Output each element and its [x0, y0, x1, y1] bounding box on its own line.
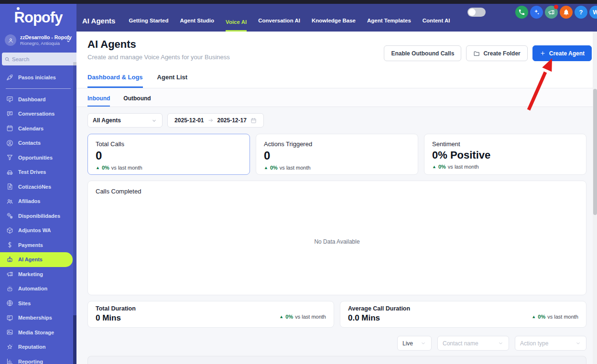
rocket-icon [6, 74, 13, 81]
sidebar-item-label: Adjuntos WA [18, 227, 51, 233]
account-info: zzDesarrollo - Ropofy Rionegro, Antioqui… [20, 34, 61, 46]
header-tab-content-ai[interactable]: Content AI [423, 18, 450, 32]
sidebar-scrollbar-thumb[interactable] [73, 315, 76, 364]
sidebar-item-label: Reporting [18, 359, 43, 364]
logo-wrap[interactable]: Ropofy [0, 4, 76, 32]
delta-percent: 0% [102, 165, 109, 171]
robot-icon [6, 256, 13, 263]
logo-dot-icon [17, 7, 20, 10]
chart-icon [6, 358, 13, 364]
header-tab-voice-ai[interactable]: Voice AI [226, 19, 247, 32]
stat-value: 0 [96, 149, 242, 162]
create-agent-button[interactable]: Create Agent [532, 45, 592, 61]
live-select[interactable]: Live [397, 336, 432, 351]
subtab-outbound[interactable]: Outbound [123, 95, 151, 107]
create-folder-button[interactable]: Create Folder [466, 45, 527, 61]
sidebar-scrollbar[interactable] [73, 62, 76, 364]
tab-agent-list[interactable]: Agent List [157, 74, 188, 88]
header-left: AI Agents Getting StartedAgent StudioVoi… [82, 17, 461, 32]
select-value: Contact name [443, 340, 478, 347]
button-label: Create Agent [549, 50, 585, 57]
header-tab-agent-templates[interactable]: Agent Templates [367, 18, 411, 32]
header-tab-knowledge-base[interactable]: Knowledge Base [312, 18, 356, 32]
help-button[interactable]: ? [575, 6, 587, 19]
direction-subtabs: Inbound Outbound [76, 88, 597, 107]
subtab-inbound[interactable]: Inbound [87, 95, 110, 107]
main-scrollbar[interactable] [593, 32, 597, 364]
sidebar-item-pasos-iniciales[interactable]: Pasos iniciales [0, 70, 76, 85]
duration-left: Total Duration 0 Mins [96, 305, 136, 323]
triangle-up-icon: ▲ [264, 166, 268, 170]
sparkles-button[interactable] [530, 6, 543, 19]
filter-row: All Agents 2025-12-01 2025-12-17 [87, 113, 597, 128]
w-avatar-button[interactable]: W [589, 6, 597, 19]
stat-value: 0 Mins [96, 313, 136, 323]
sidebar-item-cotizaci-nes[interactable]: CotizacióNes [0, 180, 76, 194]
conversations-icon [6, 110, 13, 118]
box-icon [6, 227, 13, 234]
megaphone-button[interactable] [545, 6, 558, 19]
stat-delta: ▲ 0% vs last month [532, 314, 578, 320]
sidebar-item-conversations[interactable]: Conversations [0, 107, 76, 121]
stat-card-sentiment[interactable]: Sentiment 0% Positive ▲ 0% vs last month [424, 134, 586, 175]
sidebar-item-label: Automation [18, 286, 47, 291]
delta-percent: 0% [270, 165, 278, 171]
sidebar-item-reputation[interactable]: Reputation [0, 340, 76, 354]
sidebar-item-adjuntos-wa[interactable]: Adjuntos WA [0, 223, 76, 238]
agent-filter-select[interactable]: All Agents [87, 113, 163, 128]
date-range-picker[interactable]: 2025-12-01 2025-12-17 [167, 113, 264, 128]
stat-label: Total Duration [96, 305, 136, 312]
header-tab-agent-studio[interactable]: Agent Studio [180, 18, 215, 32]
gears-icon [6, 212, 13, 219]
chevrons-up-down-icon[interactable] [65, 36, 72, 44]
header-tab-getting-started[interactable]: Getting Started [129, 18, 168, 32]
chevron-down-icon [420, 340, 426, 346]
sidebar-item-disponibilidades[interactable]: Disponibilidades [0, 209, 76, 224]
search-box[interactable]: ctrl K [2, 53, 76, 65]
page-tabs: Dashboard & Logs Agent List [87, 74, 187, 88]
quote-doc-icon [6, 183, 13, 190]
durations-row: Total Duration 0 Mins ▲ 0% vs last month… [87, 301, 586, 328]
sidebar-item-payments[interactable]: Payments [0, 238, 76, 253]
sidebar-item-label: Disponibilidades [18, 213, 60, 219]
account-switcher[interactable]: zzDesarrollo - Ropofy Rionegro, Antioqui… [0, 32, 76, 49]
triangle-up-icon: ▲ [432, 165, 436, 169]
brand-logo: Ropofy [14, 9, 63, 26]
sidebar-item-sites[interactable]: Sites [0, 296, 76, 311]
arrow-right-icon [208, 118, 214, 123]
sidebar-item-media-storage[interactable]: Media Storage [0, 325, 76, 340]
stat-value: 0% Positive [432, 149, 578, 161]
sidebar-item-marketing[interactable]: Marketing [0, 267, 76, 282]
sidebar-item-calendars[interactable]: Calendars [0, 121, 76, 136]
contact-name-select[interactable]: Contact name [437, 336, 509, 351]
sidebar-item-contacts[interactable]: Contacts [0, 136, 76, 150]
sidebar: Ropofy zzDesarrollo - Ropofy Rionegro, A… [0, 4, 76, 364]
sidebar-item-memberships[interactable]: Memberships [0, 310, 76, 325]
enable-outbound-calls-button[interactable]: Enable Outbound Calls [384, 45, 461, 61]
date-from: 2025-12-01 [174, 117, 204, 124]
stat-card-actions-triggered[interactable]: Actions Triggered 0 ▲ 0% vs last month [256, 134, 418, 175]
sidebar-item-test-drives[interactable]: Test Drives [0, 165, 76, 180]
megaphone-icon [6, 270, 13, 278]
stat-card-total-calls[interactable]: Total Calls 0 ▲ 0% vs last month [87, 134, 250, 175]
sidebar-item-automation[interactable]: Automation [0, 281, 76, 296]
sidebar-item-label: Contacts [18, 140, 41, 146]
search-input[interactable] [12, 56, 76, 62]
bell-button[interactable] [560, 6, 573, 19]
sidebar-item-reporting[interactable]: Reporting [0, 354, 76, 364]
sidebar-item-label: Conversations [18, 111, 54, 117]
header-tab-conversation-ai[interactable]: Conversation AI [258, 18, 300, 32]
header-controls: ?W [467, 6, 597, 19]
sidebar-nav: Pasos inicialesDashboardConversationsCal… [0, 70, 76, 364]
main-scrollbar-thumb[interactable] [593, 89, 597, 215]
sidebar-item-ai-agents[interactable]: AI Agents [0, 252, 73, 267]
tab-dashboard-logs[interactable]: Dashboard & Logs [87, 74, 143, 88]
phone-button[interactable] [515, 6, 528, 19]
sidebar-item-afiliados[interactable]: Afiliados [0, 194, 76, 209]
action-type-select[interactable]: Action type [515, 336, 586, 351]
sidebar-item-dashboard[interactable]: Dashboard [0, 92, 76, 107]
theme-toggle[interactable] [467, 8, 486, 17]
sidebar-divider [6, 88, 71, 89]
car-icon [6, 169, 13, 176]
sidebar-item-opportunities[interactable]: Opportunities [0, 150, 76, 165]
